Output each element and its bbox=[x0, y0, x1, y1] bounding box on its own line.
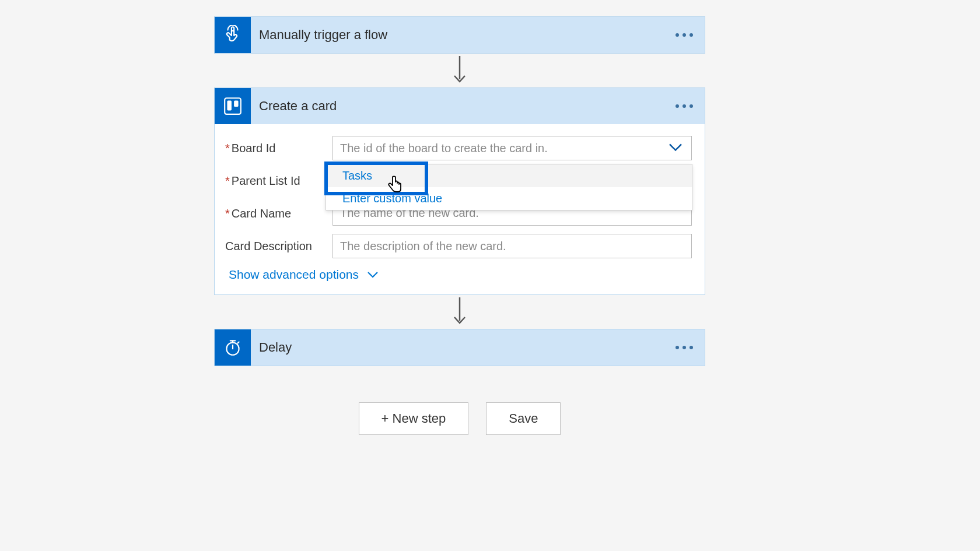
connector-arrow bbox=[214, 295, 705, 329]
trello-icon bbox=[215, 88, 251, 124]
dropdown-option-custom[interactable]: Enter custom value bbox=[326, 187, 692, 210]
new-step-button[interactable]: + New step bbox=[359, 402, 469, 435]
step-create-card: Create a card *Board Id *Parent List Id bbox=[214, 87, 705, 295]
step-title: Create a card bbox=[251, 99, 337, 114]
touch-icon bbox=[215, 17, 251, 53]
save-button[interactable]: Save bbox=[486, 402, 561, 435]
ellipsis-icon[interactable] bbox=[676, 33, 693, 37]
chevron-down-icon[interactable] bbox=[668, 142, 683, 155]
field-card-description: Card Description bbox=[225, 234, 692, 258]
label-parent-list-id: *Parent List Id bbox=[225, 174, 332, 188]
svg-rect-1 bbox=[225, 98, 241, 114]
label-card-name: *Card Name bbox=[225, 207, 332, 220]
svg-rect-3 bbox=[234, 100, 238, 107]
input-card-description[interactable] bbox=[332, 234, 692, 258]
input-board-id[interactable] bbox=[332, 136, 692, 160]
card-description-text[interactable] bbox=[340, 240, 684, 253]
connector-arrow bbox=[214, 54, 705, 87]
board-id-dropdown: Tasks Enter custom value bbox=[326, 164, 692, 210]
step-title: Delay bbox=[251, 340, 292, 355]
ellipsis-icon[interactable] bbox=[676, 104, 693, 108]
step-manual-trigger[interactable]: Manually trigger a flow bbox=[214, 16, 705, 54]
step-title: Manually trigger a flow bbox=[251, 27, 387, 43]
show-advanced-options[interactable]: Show advanced options bbox=[229, 268, 379, 282]
board-id-text[interactable] bbox=[340, 142, 684, 155]
label-board-id: *Board Id bbox=[225, 142, 332, 155]
timer-icon bbox=[215, 329, 251, 366]
chevron-down-icon bbox=[367, 271, 379, 278]
svg-line-9 bbox=[238, 342, 239, 343]
ellipsis-icon[interactable] bbox=[676, 346, 693, 349]
label-card-description: Card Description bbox=[225, 240, 332, 253]
svg-rect-2 bbox=[227, 100, 231, 110]
step-delay[interactable]: Delay bbox=[214, 329, 705, 366]
field-board-id: *Board Id bbox=[225, 136, 692, 160]
step-header[interactable]: Create a card bbox=[215, 88, 705, 124]
dropdown-option-tasks[interactable]: Tasks bbox=[326, 164, 692, 187]
